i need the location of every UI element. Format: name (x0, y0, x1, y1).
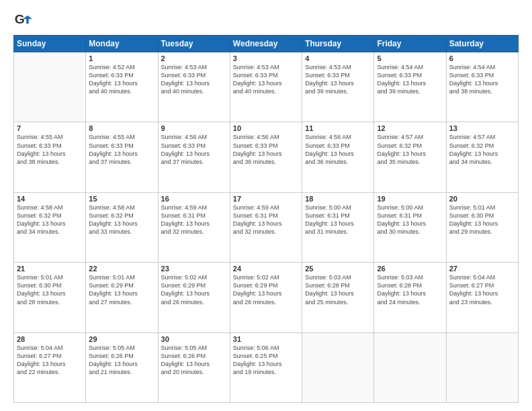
day-number: 14 (17, 195, 83, 203)
table-row: 10Sunrise: 4:56 AM Sunset: 6:33 PM Dayli… (230, 122, 302, 192)
day-number: 12 (377, 124, 443, 132)
day-number: 24 (233, 265, 299, 273)
table-row: 6Sunrise: 4:54 AM Sunset: 6:33 PM Daylig… (446, 52, 518, 122)
cell-text: Sunrise: 5:01 AM Sunset: 6:30 PM Dayligh… (17, 273, 83, 306)
table-row: 11Sunrise: 4:56 AM Sunset: 6:33 PM Dayli… (302, 122, 374, 192)
table-row (374, 332, 446, 402)
day-number: 27 (449, 265, 515, 273)
cell-text: Sunrise: 4:54 AM Sunset: 6:33 PM Dayligh… (449, 63, 515, 96)
col-header-saturday: Saturday (446, 36, 518, 52)
table-row: 30Sunrise: 5:05 AM Sunset: 6:26 PM Dayli… (158, 332, 230, 402)
table-row: 29Sunrise: 5:05 AM Sunset: 6:26 PM Dayli… (86, 332, 158, 402)
cell-text: Sunrise: 5:01 AM Sunset: 6:29 PM Dayligh… (89, 273, 154, 306)
table-row: 24Sunrise: 5:02 AM Sunset: 6:29 PM Dayli… (230, 263, 302, 332)
day-number: 10 (233, 124, 299, 132)
table-row: 16Sunrise: 4:59 AM Sunset: 6:31 PM Dayli… (158, 192, 230, 262)
col-header-friday: Friday (374, 36, 446, 52)
table-row: 18Sunrise: 5:00 AM Sunset: 6:31 PM Dayli… (302, 192, 374, 262)
day-number: 5 (377, 54, 443, 62)
day-number: 16 (161, 195, 227, 203)
table-row: 20Sunrise: 5:01 AM Sunset: 6:30 PM Dayli… (446, 192, 518, 262)
table-row (446, 332, 518, 402)
cell-text: Sunrise: 4:59 AM Sunset: 6:31 PM Dayligh… (161, 203, 227, 236)
col-header-wednesday: Wednesday (230, 36, 302, 52)
col-header-tuesday: Tuesday (158, 36, 230, 52)
table-row: 23Sunrise: 5:02 AM Sunset: 6:29 PM Dayli… (158, 263, 230, 332)
cell-text: Sunrise: 4:58 AM Sunset: 6:32 PM Dayligh… (17, 203, 83, 236)
table-row: 17Sunrise: 4:59 AM Sunset: 6:31 PM Dayli… (230, 192, 302, 262)
day-number: 18 (305, 195, 371, 203)
svg-text:G: G (15, 12, 25, 26)
day-number: 2 (161, 54, 227, 62)
cell-text: Sunrise: 4:56 AM Sunset: 6:33 PM Dayligh… (161, 133, 227, 166)
day-number: 4 (305, 54, 371, 62)
cell-text: Sunrise: 5:05 AM Sunset: 6:26 PM Dayligh… (89, 344, 154, 377)
table-row: 5Sunrise: 4:54 AM Sunset: 6:33 PM Daylig… (374, 52, 446, 122)
table-row: 9Sunrise: 4:56 AM Sunset: 6:33 PM Daylig… (158, 122, 230, 192)
cell-text: Sunrise: 5:04 AM Sunset: 6:27 PM Dayligh… (17, 344, 83, 377)
logo-icon: G (13, 11, 32, 30)
cell-text: Sunrise: 4:56 AM Sunset: 6:33 PM Dayligh… (233, 133, 299, 166)
col-header-monday: Monday (86, 36, 158, 52)
day-number: 26 (377, 265, 443, 273)
day-number: 8 (89, 124, 154, 132)
cell-text: Sunrise: 5:02 AM Sunset: 6:29 PM Dayligh… (161, 273, 227, 306)
header: G (13, 11, 519, 30)
day-number: 15 (89, 195, 154, 203)
table-row: 19Sunrise: 5:00 AM Sunset: 6:31 PM Dayli… (374, 192, 446, 262)
cell-text: Sunrise: 4:55 AM Sunset: 6:33 PM Dayligh… (89, 133, 154, 166)
cell-text: Sunrise: 4:57 AM Sunset: 6:32 PM Dayligh… (449, 133, 515, 166)
cell-text: Sunrise: 4:54 AM Sunset: 6:33 PM Dayligh… (377, 63, 443, 96)
table-row: 8Sunrise: 4:55 AM Sunset: 6:33 PM Daylig… (86, 122, 158, 192)
day-number: 28 (17, 335, 83, 343)
day-number: 21 (17, 265, 83, 273)
day-number: 31 (233, 335, 299, 343)
cell-text: Sunrise: 4:58 AM Sunset: 6:32 PM Dayligh… (89, 203, 154, 236)
table-row (302, 332, 374, 402)
day-number: 7 (17, 124, 83, 132)
day-number: 1 (89, 54, 154, 62)
cell-text: Sunrise: 5:06 AM Sunset: 6:25 PM Dayligh… (233, 344, 299, 377)
cell-text: Sunrise: 5:00 AM Sunset: 6:31 PM Dayligh… (377, 203, 443, 236)
cell-text: Sunrise: 4:57 AM Sunset: 6:32 PM Dayligh… (377, 133, 443, 166)
day-number: 9 (161, 124, 227, 132)
table-row: 22Sunrise: 5:01 AM Sunset: 6:29 PM Dayli… (86, 263, 158, 332)
table-row: 3Sunrise: 4:53 AM Sunset: 6:33 PM Daylig… (230, 52, 302, 122)
cell-text: Sunrise: 5:01 AM Sunset: 6:30 PM Dayligh… (449, 203, 515, 236)
day-number: 19 (377, 195, 443, 203)
day-number: 11 (305, 124, 371, 132)
day-number: 3 (233, 54, 299, 62)
cell-text: Sunrise: 4:53 AM Sunset: 6:33 PM Dayligh… (233, 63, 299, 96)
cell-text: Sunrise: 4:53 AM Sunset: 6:33 PM Dayligh… (161, 63, 227, 96)
day-number: 29 (89, 335, 154, 343)
day-number: 22 (89, 265, 154, 273)
cell-text: Sunrise: 4:53 AM Sunset: 6:33 PM Dayligh… (305, 63, 371, 96)
cell-text: Sunrise: 5:04 AM Sunset: 6:27 PM Dayligh… (449, 273, 515, 306)
cell-text: Sunrise: 4:52 AM Sunset: 6:33 PM Dayligh… (89, 63, 154, 96)
col-header-thursday: Thursday (302, 36, 374, 52)
table-row: 14Sunrise: 4:58 AM Sunset: 6:32 PM Dayli… (14, 192, 86, 262)
day-number: 20 (449, 195, 515, 203)
calendar-table: SundayMondayTuesdayWednesdayThursdayFrid… (13, 35, 519, 403)
col-header-sunday: Sunday (14, 36, 86, 52)
cell-text: Sunrise: 5:03 AM Sunset: 6:28 PM Dayligh… (377, 273, 443, 306)
table-row: 4Sunrise: 4:53 AM Sunset: 6:33 PM Daylig… (302, 52, 374, 122)
table-row: 1Sunrise: 4:52 AM Sunset: 6:33 PM Daylig… (86, 52, 158, 122)
day-number: 30 (161, 335, 227, 343)
day-number: 25 (305, 265, 371, 273)
table-row: 27Sunrise: 5:04 AM Sunset: 6:27 PM Dayli… (446, 263, 518, 332)
logo: G (13, 11, 35, 30)
cell-text: Sunrise: 4:59 AM Sunset: 6:31 PM Dayligh… (233, 203, 299, 236)
cell-text: Sunrise: 5:05 AM Sunset: 6:26 PM Dayligh… (161, 344, 227, 377)
table-row (14, 52, 86, 122)
page: G SundayMondayTuesdayWednesdayThursdayFr… (0, 0, 532, 411)
table-row: 26Sunrise: 5:03 AM Sunset: 6:28 PM Dayli… (374, 263, 446, 332)
cell-text: Sunrise: 5:00 AM Sunset: 6:31 PM Dayligh… (305, 203, 371, 236)
table-row: 7Sunrise: 4:55 AM Sunset: 6:33 PM Daylig… (14, 122, 86, 192)
table-row: 25Sunrise: 5:03 AM Sunset: 6:28 PM Dayli… (302, 263, 374, 332)
cell-text: Sunrise: 4:55 AM Sunset: 6:33 PM Dayligh… (17, 133, 83, 166)
cell-text: Sunrise: 5:02 AM Sunset: 6:29 PM Dayligh… (233, 273, 299, 306)
day-number: 13 (449, 124, 515, 132)
table-row: 15Sunrise: 4:58 AM Sunset: 6:32 PM Dayli… (86, 192, 158, 262)
day-number: 17 (233, 195, 299, 203)
